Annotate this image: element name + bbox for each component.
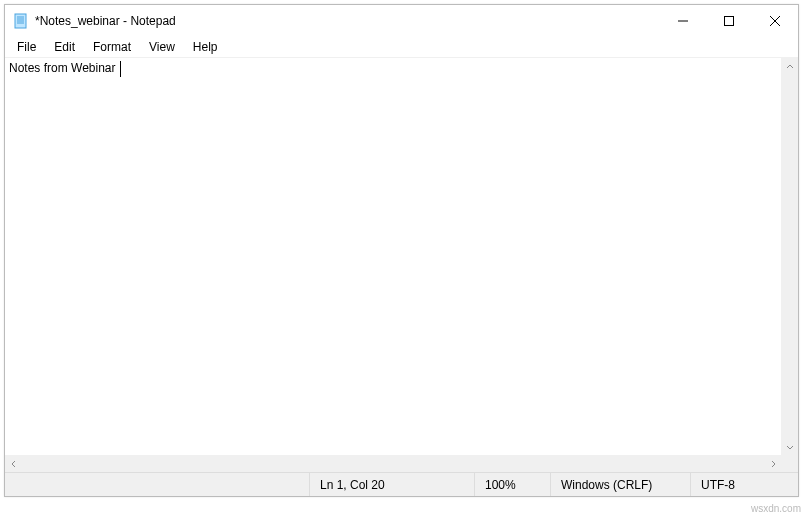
- close-button[interactable]: [752, 5, 798, 37]
- vertical-scrollbar[interactable]: [781, 58, 798, 455]
- notepad-app-icon: [13, 13, 29, 29]
- status-zoom: 100%: [474, 473, 550, 496]
- titlebar[interactable]: *Notes_webinar - Notepad: [5, 5, 798, 37]
- menu-help[interactable]: Help: [185, 39, 226, 55]
- menu-edit[interactable]: Edit: [46, 39, 83, 55]
- horizontal-scrollbar[interactable]: [5, 455, 781, 472]
- scrollbar-corner: [781, 455, 798, 472]
- scroll-left-icon[interactable]: [5, 455, 22, 472]
- maximize-button[interactable]: [706, 5, 752, 37]
- notepad-window: *Notes_webinar - Notepad File Edit Forma…: [4, 4, 799, 497]
- status-encoding: UTF-8: [690, 473, 798, 496]
- scroll-down-icon[interactable]: [781, 438, 798, 455]
- text-cursor: [120, 61, 121, 77]
- menu-view[interactable]: View: [141, 39, 183, 55]
- watermark: wsxdn.com: [751, 503, 801, 514]
- status-spacer: [5, 473, 309, 496]
- menu-format[interactable]: Format: [85, 39, 139, 55]
- minimize-button[interactable]: [660, 5, 706, 37]
- status-line-ending: Windows (CRLF): [550, 473, 690, 496]
- menubar: File Edit Format View Help: [5, 37, 798, 57]
- editor-content: Notes from Webinar: [9, 60, 121, 77]
- window-title: *Notes_webinar - Notepad: [35, 14, 660, 28]
- scroll-up-icon[interactable]: [781, 58, 798, 75]
- scroll-right-icon[interactable]: [764, 455, 781, 472]
- svg-rect-6: [725, 17, 734, 26]
- horizontal-scroll-row: [5, 455, 798, 472]
- text-editor[interactable]: Notes from Webinar: [5, 58, 798, 455]
- status-cursor-position: Ln 1, Col 20: [309, 473, 474, 496]
- menu-file[interactable]: File: [9, 39, 44, 55]
- content-area: Notes from Webinar: [5, 57, 798, 472]
- window-controls: [660, 5, 798, 37]
- statusbar: Ln 1, Col 20 100% Windows (CRLF) UTF-8: [5, 472, 798, 496]
